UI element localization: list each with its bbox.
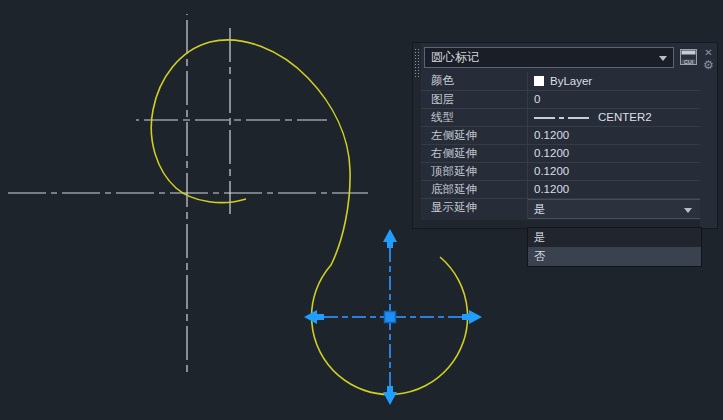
property-row-show-extension: 显示延伸 是 [421, 198, 700, 219]
center-mark-selected[interactable] [304, 229, 482, 405]
grip-center-square[interactable] [385, 312, 396, 323]
drag-handle-icon[interactable] [414, 48, 421, 79]
entity-type-combobox[interactable]: 圆心标记 [424, 47, 674, 68]
color-value-text: ByLayer [550, 73, 592, 90]
right-extension-value-text: 0.1200 [534, 145, 569, 162]
color-value-field[interactable]: ByLayer [528, 72, 700, 90]
left-extension-value-field[interactable]: 0.1200 [528, 127, 700, 144]
cad-application-window: { "window": { "background": "#1e242c" },… [0, 0, 723, 420]
property-label: 底部延伸 [421, 181, 528, 198]
grip-arrow-down-icon[interactable] [383, 386, 397, 405]
chevron-down-icon[interactable] [684, 208, 692, 213]
entity-type-label: 圆心标记 [431, 50, 479, 64]
property-row-top-extension: 顶部延伸 0.1200 [421, 162, 700, 180]
cui-button[interactable]: CUI [679, 48, 699, 67]
linetype-value-field[interactable]: CENTER2 [528, 109, 700, 126]
bottom-extension-value-field[interactable]: 0.1200 [528, 181, 700, 198]
cui-dialog-icon: CUI [679, 48, 699, 67]
top-extension-value-text: 0.1200 [534, 163, 569, 180]
top-extension-value-field[interactable]: 0.1200 [528, 163, 700, 180]
property-row-color: 颜色 ByLayer [421, 72, 700, 90]
dropdown-option-no[interactable]: 否 [528, 247, 701, 266]
center-mark-properties-palette: 圆心标记 CUI ✕ ⚙ 颜色 ByLayer 图层 0 线型 [413, 43, 717, 228]
property-rows: 颜色 ByLayer 图层 0 线型 CENTER2 左侧延伸 0 [421, 72, 700, 219]
grip-arrow-left-icon[interactable] [304, 310, 324, 324]
property-row-left-extension: 左侧延伸 0.1200 [421, 126, 700, 144]
color-swatch [534, 76, 544, 86]
property-label: 顶部延伸 [421, 163, 528, 180]
property-row-right-extension: 右侧延伸 0.1200 [421, 144, 700, 162]
property-label: 图层 [421, 91, 528, 108]
property-label: 右侧延伸 [421, 145, 528, 162]
palette-control-strip: ✕ ⚙ [700, 43, 717, 228]
gear-icon[interactable]: ⚙ [702, 59, 715, 72]
property-label: 线型 [421, 109, 528, 126]
dropdown-option-yes[interactable]: 是 [528, 228, 701, 247]
bottom-extension-value-text: 0.1200 [534, 181, 569, 198]
grip-arrow-right-icon[interactable] [462, 310, 482, 324]
grip-arrow-up-icon[interactable] [383, 229, 397, 248]
right-extension-value-field[interactable]: 0.1200 [528, 145, 700, 162]
property-row-bottom-extension: 底部延伸 0.1200 [421, 180, 700, 198]
show-extension-value-text: 是 [534, 201, 546, 218]
svg-text:CUI: CUI [684, 59, 694, 65]
property-label: 左侧延伸 [421, 127, 528, 144]
palette-drag-strip[interactable] [413, 43, 421, 228]
palette-bottom-edge [421, 220, 700, 228]
chevron-down-icon[interactable] [659, 56, 667, 61]
property-label: 颜色 [421, 72, 528, 90]
left-extension-value-text: 0.1200 [534, 127, 569, 144]
layer-value-text: 0 [534, 91, 540, 108]
property-label: 显示延伸 [421, 199, 528, 219]
show-extension-dropdown[interactable]: 是 [528, 199, 700, 219]
property-row-layer: 图层 0 [421, 90, 700, 108]
property-row-linetype: 线型 CENTER2 [421, 108, 700, 126]
show-extension-options-list: 是 否 [528, 228, 701, 266]
linetype-sample-icon [534, 117, 589, 119]
layer-value-field[interactable]: 0 [528, 91, 700, 108]
linetype-value-text: CENTER2 [598, 109, 652, 126]
